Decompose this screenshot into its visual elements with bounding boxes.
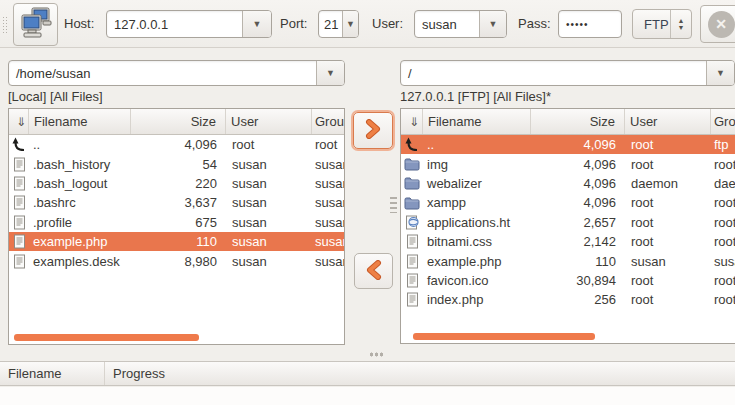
filename-column-header[interactable]: Filename: [29, 109, 131, 134]
file-row[interactable]: .bash_logout 220 susan susan: [9, 174, 344, 193]
toolbar: Host: 127.0.0.1 ▼ Port: 21 ▼ User: susan…: [0, 0, 735, 48]
sort-column-header[interactable]: ⇓: [9, 109, 29, 134]
queue-filename-column-header[interactable]: Filename: [0, 362, 105, 385]
host-value: 127.0.0.1: [107, 17, 168, 32]
remote-status-label: 127.0.0.1 [FTP] [All Files]*: [400, 89, 551, 104]
horizontal-scrollbar-thumb[interactable]: [413, 333, 595, 340]
user-combo[interactable]: susan ▼: [414, 10, 507, 38]
file-row[interactable]: xampp 4,096 root root: [401, 193, 735, 212]
stop-button: ✕: [700, 5, 735, 43]
transfer-queue-header: Filename Progress: [0, 361, 735, 386]
chevron-down-icon[interactable]: ▼: [316, 61, 344, 85]
port-combo[interactable]: 21 ▼: [318, 10, 359, 38]
remote-path-value: /: [401, 66, 412, 81]
spinner-arrows-icon[interactable]: ▲▼: [670, 10, 691, 38]
user-column-header[interactable]: User: [226, 109, 312, 134]
pane-splitter-handle[interactable]: [390, 197, 397, 213]
file-row[interactable]: examples.desk 8,980 susan susan: [9, 251, 344, 270]
local-list-header: ⇓ Filename Size User Group: [9, 109, 344, 135]
transfer-right-button[interactable]: [353, 112, 393, 149]
remote-rows: .. 4,096 root ftp img 4,096 root root we…: [401, 135, 735, 310]
local-file-list: ⇓ Filename Size User Group .. 4,096 root…: [8, 108, 345, 345]
local-path-value: /home/susan: [9, 66, 90, 81]
protocol-value: FTP: [633, 17, 669, 32]
file-row[interactable]: favicon.ico 30,894 root root: [401, 271, 735, 290]
chevron-down-icon[interactable]: ▼: [242, 11, 271, 37]
file-row[interactable]: example.php 110 susan susan: [9, 232, 344, 251]
size-column-header[interactable]: Size: [131, 109, 226, 134]
host-combo[interactable]: 127.0.0.1 ▼: [106, 10, 272, 38]
user-label: User:: [372, 16, 403, 31]
local-status-label: [Local] [All Files]: [8, 89, 103, 104]
user-value: susan: [415, 17, 457, 32]
file-row[interactable]: .. 4,096 root ftp: [401, 135, 735, 154]
file-row[interactable]: example.php 110 susan susan: [401, 251, 735, 270]
user-column-header[interactable]: User: [625, 109, 711, 134]
folder-icon: [401, 157, 423, 171]
text-file-icon: [401, 234, 423, 249]
file-row[interactable]: .. 4,096 root root: [9, 135, 344, 154]
text-file-icon: [401, 254, 423, 269]
local-path-combo[interactable]: /home/susan ▼: [8, 60, 345, 86]
password-value: •••••: [559, 19, 589, 30]
text-file-icon: [401, 273, 423, 288]
file-row[interactable]: webalizer 4,096 daemon daemon: [401, 174, 735, 193]
remote-file-list: ⇓ Filename Size User Group .. 4,096 root…: [400, 108, 735, 344]
sort-descending-icon: ⇓: [16, 115, 26, 129]
remote-list-header: ⇓ Filename Size User Group: [401, 109, 735, 135]
file-row[interactable]: applications.ht 2,657 root root: [401, 213, 735, 232]
pass-label: Pass:: [518, 16, 551, 31]
host-label: Host:: [64, 16, 94, 31]
up-directory-icon: [9, 137, 29, 152]
text-file-icon: [9, 176, 29, 191]
chevron-right-icon: [364, 119, 382, 142]
transfer-queue-list[interactable]: [0, 387, 735, 405]
stop-icon: ✕: [708, 11, 735, 38]
toolbar-grip[interactable]: [2, 16, 7, 33]
size-column-header[interactable]: Size: [531, 109, 625, 134]
text-file-icon: [9, 195, 29, 210]
port-value: 21: [319, 17, 338, 32]
file-row[interactable]: .bashrc 3,637 susan susan: [9, 193, 344, 212]
transfer-left-button[interactable]: [354, 253, 393, 289]
file-row[interactable]: .bash_history 54 susan susan: [9, 154, 344, 173]
chevron-left-icon: [365, 260, 383, 283]
connect-computers-icon: [19, 6, 53, 43]
remote-path-combo[interactable]: / ▼: [400, 60, 735, 86]
chevron-down-icon[interactable]: ▼: [342, 11, 358, 37]
web-file-icon: [401, 215, 423, 230]
up-directory-icon: [401, 137, 423, 152]
chevron-down-icon[interactable]: ▼: [706, 61, 734, 85]
file-row[interactable]: bitnami.css 2,142 root root: [401, 232, 735, 251]
password-field[interactable]: •••••: [558, 10, 622, 38]
sort-column-header[interactable]: ⇓: [401, 109, 423, 134]
file-row[interactable]: img 4,096 root root: [401, 154, 735, 173]
bottom-splitter-handle[interactable]: [369, 351, 385, 358]
text-file-icon: [9, 234, 29, 249]
protocol-selector[interactable]: FTP ▲▼: [632, 9, 692, 39]
connect-button[interactable]: [13, 3, 58, 46]
file-row[interactable]: .profile 675 susan susan: [9, 213, 344, 232]
file-row[interactable]: index.php 256 root root: [401, 290, 735, 309]
text-file-icon: [9, 157, 29, 172]
port-label: Port:: [280, 16, 307, 31]
group-column-header[interactable]: Group: [312, 109, 344, 134]
text-file-icon: [9, 215, 29, 230]
text-file-icon: [401, 292, 423, 307]
folder-icon: [401, 196, 423, 210]
chevron-down-icon[interactable]: ▼: [479, 11, 506, 37]
filename-column-header[interactable]: Filename: [423, 109, 531, 134]
local-rows: .. 4,096 root root .bash_history 54 susa…: [9, 135, 344, 271]
text-file-icon: [9, 254, 29, 269]
horizontal-scrollbar-thumb[interactable]: [14, 334, 199, 341]
queue-progress-column-header[interactable]: Progress: [105, 366, 165, 381]
group-column-header[interactable]: Group: [711, 109, 735, 134]
folder-icon: [401, 176, 423, 190]
sort-descending-icon: ⇓: [409, 115, 419, 129]
